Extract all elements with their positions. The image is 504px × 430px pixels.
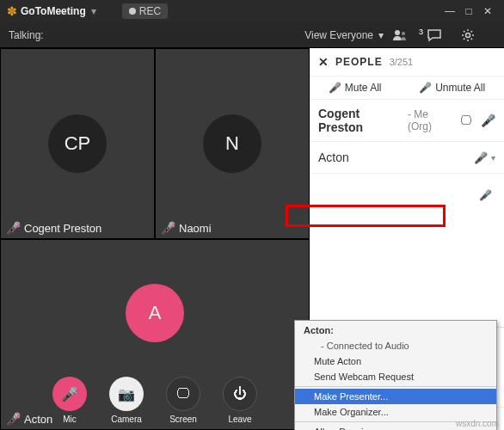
app-dropdown-icon[interactable]: ▾ bbox=[91, 5, 96, 17]
mic-muted-icon: 🎤̸ bbox=[161, 221, 175, 235]
tile-label: 🎤̸ Naomi bbox=[161, 221, 212, 235]
avatar: A bbox=[126, 284, 184, 342]
ctx-header: Acton: bbox=[295, 322, 496, 338]
panel-header: ✕ PEOPLE 3/251 bbox=[310, 48, 504, 77]
close-window-button[interactable]: ✕ bbox=[478, 5, 497, 17]
self-mic-icon[interactable]: 🎤̸ bbox=[481, 114, 495, 127]
video-grid: CP 🎤̸ Cogent Preston N 🎤̸ Naomi A 🎤̸ Act… bbox=[0, 48, 310, 430]
unmute-all-label: Unmute All bbox=[435, 82, 485, 94]
talking-label: Talking: bbox=[9, 29, 44, 41]
leave-label: Leave bbox=[228, 415, 251, 424]
svg-point-2 bbox=[466, 33, 470, 37]
camera-button[interactable]: 📷 Camera bbox=[109, 377, 144, 424]
attendee-row-acton[interactable]: Acton 🎤̸ ▾ bbox=[310, 142, 504, 174]
unmute-all-button[interactable]: 🎤 Unmute All bbox=[419, 82, 485, 94]
mute-all-button[interactable]: 🎤̸ Mute All bbox=[329, 82, 382, 94]
screen-label: Screen bbox=[169, 415, 197, 424]
ctx-mute[interactable]: Mute Acton bbox=[295, 353, 496, 369]
leave-icon: ⏻ bbox=[223, 377, 257, 411]
app-logo-icon: ✽ bbox=[7, 4, 17, 18]
ctx-connected-audio: - Connected to Audio bbox=[295, 338, 496, 353]
view-everyone-dropdown[interactable]: View Everyone ▾ bbox=[304, 29, 384, 41]
maximize-button[interactable]: □ bbox=[459, 5, 478, 17]
self-meta: - Me (Org) bbox=[408, 108, 453, 132]
main-area: CP 🎤̸ Cogent Preston N 🎤̸ Naomi A 🎤̸ Act… bbox=[0, 48, 504, 430]
chat-icon[interactable] bbox=[427, 28, 461, 42]
attendee-name: Acton bbox=[318, 150, 349, 164]
video-tile-naomi[interactable]: N 🎤̸ Naomi bbox=[155, 48, 310, 239]
close-panel-button[interactable]: ✕ bbox=[318, 55, 329, 69]
svg-point-0 bbox=[395, 30, 400, 35]
context-menu: Acton: - Connected to Audio Mute Acton S… bbox=[294, 320, 497, 430]
self-row[interactable]: Cogent Preston - Me (Org) 🖵 🎤̸ bbox=[310, 100, 504, 142]
record-label: REC bbox=[139, 5, 161, 17]
mic-button[interactable]: 🎤 Mic bbox=[52, 377, 87, 424]
mic-muted-icon: 🎤̸ bbox=[6, 221, 21, 235]
self-name: Cogent Preston bbox=[318, 107, 404, 134]
leave-button[interactable]: ⏻ Leave bbox=[223, 377, 257, 424]
attendee-mic-icon[interactable]: 🎤̸ bbox=[479, 189, 492, 201]
video-tile-acton[interactable]: A 🎤̸ Acton 🎤 Mic 📷 Camera 🖵 Screen bbox=[0, 239, 310, 430]
tile-label: 🎤̸ Cogent Preston bbox=[6, 221, 101, 235]
app-title: GoToMeeting bbox=[21, 5, 86, 17]
attendee-mic-icon[interactable]: 🎤̸ bbox=[474, 151, 488, 164]
record-dot-icon bbox=[129, 8, 136, 15]
unmute-all-icon: 🎤 bbox=[419, 82, 432, 94]
chevron-down-icon: ▾ bbox=[378, 29, 384, 41]
mute-row: 🎤̸ Mute All 🎤 Unmute All bbox=[310, 77, 504, 100]
toolbar: Talking: View Everyone ▾ bbox=[0, 22, 504, 48]
screen-icon: 🖵 bbox=[166, 377, 200, 411]
panel-title: PEOPLE bbox=[335, 56, 383, 68]
people-icon[interactable] bbox=[392, 29, 427, 41]
participant-name: Cogent Preston bbox=[24, 222, 101, 235]
ctx-webcam-request[interactable]: Send Webcam Request bbox=[295, 369, 496, 384]
watermark: wsxdn.com bbox=[456, 419, 499, 428]
avatar: CP bbox=[48, 114, 107, 173]
panel-body: Acton: - Connected to Audio Mute Acton S… bbox=[310, 174, 504, 327]
record-button[interactable]: REC bbox=[122, 3, 168, 19]
participant-name: Naomi bbox=[179, 222, 212, 235]
mic-muted-icon: 🎤 bbox=[52, 377, 87, 411]
screen-button[interactable]: 🖵 Screen bbox=[166, 377, 200, 424]
mic-label: Mic bbox=[63, 415, 77, 424]
svg-point-1 bbox=[402, 32, 405, 35]
titlebar: ✽ GoToMeeting ▾ REC — □ ✕ bbox=[0, 0, 504, 22]
settings-icon[interactable] bbox=[461, 28, 495, 42]
camera-label: Camera bbox=[111, 415, 142, 424]
people-panel: ✕ PEOPLE 3/251 🎤̸ Mute All 🎤 Unmute All … bbox=[310, 48, 504, 430]
mute-all-label: Mute All bbox=[345, 82, 382, 94]
minimize-button[interactable]: — bbox=[440, 5, 459, 17]
video-tile-cogent[interactable]: CP 🎤̸ Cogent Preston bbox=[0, 48, 155, 239]
call-controls: 🎤 Mic 📷 Camera 🖵 Screen ⏻ Leave bbox=[1, 377, 309, 424]
camera-off-icon: 📷 bbox=[109, 377, 144, 411]
people-count: 3/251 bbox=[390, 57, 414, 67]
screen-share-icon[interactable]: 🖵 bbox=[460, 114, 472, 127]
ctx-make-presenter[interactable]: Make Presenter... bbox=[295, 389, 496, 404]
mute-all-icon: 🎤̸ bbox=[329, 82, 341, 94]
chevron-down-icon[interactable]: ▾ bbox=[491, 153, 495, 163]
view-label: View Everyone bbox=[304, 29, 373, 41]
avatar: N bbox=[203, 114, 261, 173]
ctx-make-organizer[interactable]: Make Organizer... bbox=[295, 404, 496, 420]
